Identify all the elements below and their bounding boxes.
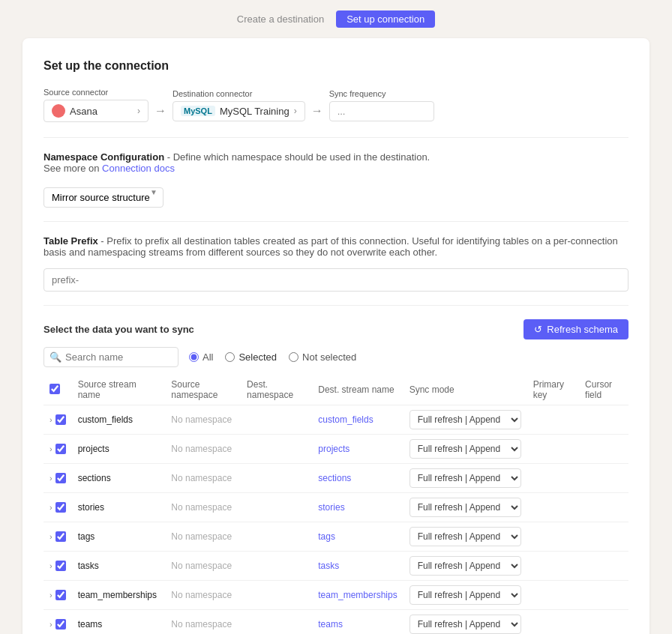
table-prefix-title: Table Prefix xyxy=(44,235,98,247)
filter-not-selected-radio[interactable] xyxy=(289,352,298,362)
source-namespace-cell: No namespace xyxy=(165,405,241,435)
stream-checkbox[interactable] xyxy=(56,414,66,425)
sync-mode-select[interactable]: Full refresh | Append Incremental | Appe… xyxy=(410,556,521,576)
source-namespace-cell: No namespace xyxy=(165,552,241,581)
th-primary-key: Primary key xyxy=(527,375,579,405)
search-filter-row: 🔍 All Selected Not selected xyxy=(44,347,628,367)
source-namespace-cell: No namespace xyxy=(165,522,241,552)
filter-selected-tab[interactable]: Selected xyxy=(225,351,277,363)
dest-namespace-cell xyxy=(241,581,312,610)
divider-3 xyxy=(44,305,628,306)
expand-row-button[interactable]: › xyxy=(50,561,52,570)
namespace-select[interactable]: Mirror source structure Destination defa… xyxy=(44,187,164,208)
th-cursor-field: Cursor field xyxy=(579,375,628,405)
source-connector-value[interactable]: Asana › xyxy=(44,100,148,122)
th-source-ns: Source namespace xyxy=(165,375,241,405)
th-check xyxy=(44,375,72,405)
stream-checkbox[interactable] xyxy=(56,561,66,571)
refresh-icon: ↺ xyxy=(534,324,542,335)
filter-not-selected-tab[interactable]: Not selected xyxy=(289,351,356,363)
table-row: › sections No namespace sections Full re… xyxy=(44,464,628,493)
cursor-field-cell xyxy=(579,493,628,522)
refresh-btn-label: Refresh schema xyxy=(547,324,618,335)
sync-mode-select[interactable]: Full refresh | Append Incremental | Appe… xyxy=(410,410,521,429)
sync-frequency-select[interactable]: ... Every hour Every 3 hours Every 6 hou… xyxy=(329,101,434,121)
sync-mode-cell: Full refresh | Append Incremental | Appe… xyxy=(404,464,527,493)
expand-row-button[interactable]: › xyxy=(50,620,52,629)
row-controls-cell: › xyxy=(44,581,72,610)
expand-row-button[interactable]: › xyxy=(50,444,52,453)
source-namespace-cell: No namespace xyxy=(165,610,241,635)
row-controls-cell: › xyxy=(44,522,72,552)
cursor-field-cell xyxy=(579,405,628,435)
dest-stream-name-cell: team_memberships xyxy=(312,581,403,610)
primary-key-cell xyxy=(527,464,579,493)
stream-checkbox[interactable] xyxy=(56,502,66,513)
primary-key-cell xyxy=(527,405,579,435)
expand-row-button[interactable]: › xyxy=(50,474,52,483)
dest-namespace-cell xyxy=(241,464,312,493)
table-prefix-input[interactable] xyxy=(44,268,628,292)
filter-not-selected-label: Not selected xyxy=(302,351,356,363)
row-controls-cell: › xyxy=(44,405,72,435)
expand-row-button[interactable]: › xyxy=(50,532,52,541)
step2-label[interactable]: Set up connection xyxy=(336,10,435,28)
namespace-config-section: Namespace Configuration - Define which n… xyxy=(44,151,628,208)
expand-row-button[interactable]: › xyxy=(50,503,52,512)
sync-mode-select[interactable]: Full refresh | Append Incremental | Appe… xyxy=(410,468,521,488)
stream-checkbox[interactable] xyxy=(56,444,66,454)
filter-all-tab[interactable]: All xyxy=(189,351,213,363)
dest-stream-name-cell: tasks xyxy=(312,552,403,581)
source-connector-name: Asana xyxy=(70,106,98,117)
dest-stream-name-cell: stories xyxy=(312,493,403,522)
th-dest-ns: Dest. namespace xyxy=(241,375,312,405)
expand-row-button[interactable]: › xyxy=(50,415,52,424)
row-controls-cell: › xyxy=(44,464,72,493)
stream-checkbox[interactable] xyxy=(56,531,66,542)
filter-all-radio[interactable] xyxy=(189,352,199,362)
search-input[interactable] xyxy=(44,347,178,367)
dest-connector-block: Destination connector MySQL MySQL Traini… xyxy=(172,89,305,121)
top-nav: Create a destination Set up connection xyxy=(0,0,672,38)
sync-mode-select[interactable]: Full refresh | Append Incremental | Appe… xyxy=(410,439,521,459)
th-sync-mode: Sync mode xyxy=(404,375,527,405)
expand-row-button[interactable]: › xyxy=(50,591,52,600)
filter-selected-radio[interactable] xyxy=(225,352,235,362)
stream-name-cell: stories xyxy=(72,493,166,522)
dest-namespace-cell xyxy=(241,552,312,581)
asana-logo-icon xyxy=(52,104,65,118)
stream-checkbox[interactable] xyxy=(56,473,66,483)
dest-namespace-cell xyxy=(241,435,312,464)
stream-checkbox[interactable] xyxy=(56,619,66,630)
th-source-stream: Source stream name xyxy=(72,375,166,405)
refresh-schema-button[interactable]: ↺ Refresh schema xyxy=(524,319,628,339)
connector-between-arrow: → xyxy=(154,104,166,118)
sync-data-section: Select the data you want to sync ↺ Refre… xyxy=(44,319,628,634)
namespace-see-more: See more on xyxy=(44,163,102,174)
dest-connector-value[interactable]: MySQL MySQL Training › xyxy=(172,101,305,121)
filter-tabs: All Selected Not selected xyxy=(189,351,356,363)
sync-mode-select[interactable]: Full refresh | Append Incremental | Appe… xyxy=(410,527,521,546)
sync-section-header: Select the data you want to sync ↺ Refre… xyxy=(44,319,628,339)
dest-stream-name-cell: teams xyxy=(312,610,403,635)
dest-namespace-cell xyxy=(241,522,312,552)
sync-mode-select[interactable]: Full refresh | Append Incremental | Appe… xyxy=(410,585,521,605)
row-controls-cell: › xyxy=(44,435,72,464)
sync-mode-cell: Full refresh | Append Incremental | Appe… xyxy=(404,610,527,635)
source-arrow-icon: › xyxy=(137,106,140,116)
table-prefix-label: Table Prefix - Prefix to prefix all dest… xyxy=(44,235,628,258)
sync-mode-select[interactable]: Full refresh | Append Incremental | Appe… xyxy=(410,498,521,517)
row-controls-cell: › xyxy=(44,493,72,522)
primary-key-cell xyxy=(527,610,579,635)
cursor-field-cell xyxy=(579,581,628,610)
select-all-checkbox[interactable] xyxy=(50,384,60,394)
dest-stream-name-cell: projects xyxy=(312,435,403,464)
sync-mode-cell: Full refresh | Append Incremental | Appe… xyxy=(404,493,527,522)
sync-mode-select[interactable]: Full refresh | Append Incremental | Appe… xyxy=(410,615,521,634)
sync-freq-label: Sync frequency xyxy=(329,89,434,98)
cursor-field-cell xyxy=(579,464,628,493)
namespace-connection-docs-link[interactable]: Connection docs xyxy=(102,163,175,174)
stream-checkbox[interactable] xyxy=(56,590,66,600)
stream-name-cell: sections xyxy=(72,464,166,493)
table-row: › teams No namespace teams Full refresh … xyxy=(44,610,628,635)
